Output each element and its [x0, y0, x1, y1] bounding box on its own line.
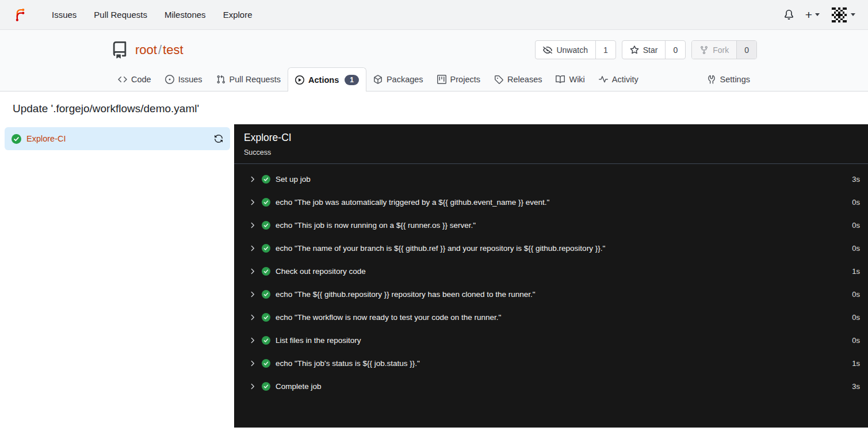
step-duration: 0s	[852, 313, 860, 322]
chevron-right-icon	[248, 290, 257, 299]
watchers-count[interactable]: 1	[595, 41, 615, 59]
chevron-down-icon	[851, 13, 855, 16]
repo-book-icon	[111, 41, 128, 59]
avatar	[831, 7, 847, 23]
repo-tabbar: Code Issues Pull Requests Actions 1 Pack…	[111, 67, 757, 91]
job-name: Explore-CI	[26, 134, 66, 143]
chevron-right-icon	[248, 382, 257, 391]
step-row[interactable]: echo "The job was automatically triggere…	[234, 190, 868, 213]
step-row[interactable]: echo "The workflow is now ready to test …	[234, 306, 868, 329]
step-row[interactable]: echo "The name of your branch is ${{ git…	[234, 237, 868, 260]
tab-issues[interactable]: Issues	[158, 67, 209, 91]
check-circle-icon	[262, 244, 270, 253]
step-name: Check out repository code	[276, 267, 366, 276]
step-duration: 0s	[852, 198, 860, 207]
tab-code[interactable]: Code	[111, 67, 158, 91]
nav-explore[interactable]: Explore	[215, 0, 261, 30]
nav-pull-requests[interactable]: Pull Requests	[85, 0, 156, 30]
check-circle-icon	[262, 290, 270, 299]
chevron-right-icon	[248, 198, 257, 207]
repo-action-buttons: Unwatch 1 Star 0	[535, 40, 757, 59]
check-circle-icon	[262, 175, 270, 184]
tab-packages[interactable]: Packages	[366, 67, 430, 91]
nav-issues[interactable]: Issues	[43, 0, 85, 30]
notifications-button[interactable]	[784, 10, 794, 20]
job-item-explore-ci[interactable]: Explore-CI	[5, 127, 230, 150]
tab-settings-label: Settings	[720, 75, 750, 84]
navbar-right: +	[784, 7, 855, 23]
step-duration: 1s	[852, 359, 860, 368]
tab-wiki[interactable]: Wiki	[549, 67, 591, 91]
step-row[interactable]: echo "This job is now running on a ${{ r…	[234, 213, 868, 237]
step-name: Complete job	[276, 382, 322, 391]
check-circle-icon	[262, 198, 270, 207]
check-circle-icon	[262, 267, 270, 276]
fork-button: Fork	[692, 41, 736, 59]
step-duration: 0s	[852, 290, 860, 299]
tab-code-label: Code	[131, 75, 151, 84]
tab-activity[interactable]: Activity	[592, 67, 645, 91]
star-button[interactable]: Star	[622, 41, 666, 59]
tab-pull-requests[interactable]: Pull Requests	[209, 67, 288, 91]
sync-icon	[214, 134, 223, 143]
plus-icon: +	[805, 9, 812, 21]
forgejo-logo[interactable]	[13, 7, 28, 22]
rerun-job-button[interactable]	[214, 134, 223, 143]
forks-count[interactable]: 0	[736, 41, 756, 59]
job-log-title: Explore-CI	[244, 132, 858, 144]
tab-projects-label: Projects	[450, 75, 480, 84]
job-status-text: Success	[244, 148, 858, 157]
nav-milestones[interactable]: Milestones	[156, 0, 215, 30]
repo-owner-link[interactable]: root	[135, 43, 157, 57]
step-row[interactable]: Complete job 3s	[234, 375, 868, 398]
step-name: echo "The ${{ github.repository }} repos…	[276, 290, 536, 299]
star-icon	[630, 45, 639, 55]
step-duration: 0s	[852, 336, 860, 345]
repo-title: root/test	[111, 41, 183, 59]
chevron-right-icon	[248, 313, 257, 322]
chevron-down-icon	[815, 13, 820, 16]
check-circle-icon	[262, 221, 270, 230]
user-menu-button[interactable]	[831, 7, 855, 23]
step-name: echo "The name of your branch is ${{ git…	[276, 244, 605, 253]
create-new-button[interactable]: +	[805, 9, 820, 21]
tab-releases[interactable]: Releases	[487, 67, 549, 91]
tab-projects[interactable]: Projects	[430, 67, 487, 91]
step-name: List files in the repository	[276, 336, 361, 345]
tab-releases-label: Releases	[507, 75, 542, 84]
step-name: echo "The job was automatically triggere…	[276, 198, 549, 207]
stars-count[interactable]: 0	[665, 41, 685, 59]
chevron-right-icon	[248, 267, 257, 276]
step-row[interactable]: Check out repository code 1s	[234, 260, 868, 283]
actions-count-badge: 1	[345, 75, 359, 85]
step-row[interactable]: Set up job 3s	[234, 167, 868, 190]
step-row[interactable]: echo "This job's status is ${{ job.statu…	[234, 352, 868, 375]
repo-forked-icon	[699, 45, 709, 55]
step-row[interactable]: echo "The ${{ github.repository }} repos…	[234, 283, 868, 306]
check-circle-icon	[262, 313, 270, 322]
bell-icon	[784, 10, 794, 20]
job-log-panel: Explore-CI Success Set up job 3s	[234, 124, 868, 428]
step-duration: 0s	[852, 221, 860, 230]
tab-actions[interactable]: Actions 1	[288, 67, 366, 91]
chevron-right-icon	[248, 359, 257, 368]
tab-wiki-label: Wiki	[569, 75, 584, 84]
tab-settings[interactable]: Settings	[700, 67, 757, 91]
navbar-links: Issues Pull Requests Milestones Explore	[43, 0, 261, 30]
unwatch-button[interactable]: Unwatch	[536, 41, 595, 59]
repo-separator: /	[157, 43, 163, 57]
job-log-header: Explore-CI Success	[234, 124, 868, 164]
tab-pull-requests-label: Pull Requests	[230, 75, 281, 84]
eye-closed-icon	[543, 45, 552, 55]
step-duration: 0s	[852, 244, 860, 253]
step-row[interactable]: List files in the repository 0s	[234, 329, 868, 352]
actions-run-page: Update '.forgejo/workflows/demo.yaml' Ex…	[0, 91, 868, 428]
watch-button-group: Unwatch 1	[535, 40, 615, 59]
step-name: echo "This job's status is ${{ job.statu…	[276, 359, 420, 368]
repo-name-link[interactable]: test	[163, 43, 183, 57]
tab-actions-label: Actions	[308, 75, 339, 85]
chevron-right-icon	[248, 244, 257, 253]
fork-button-group: Fork 0	[691, 40, 757, 59]
chevron-right-icon	[248, 221, 257, 230]
check-circle-icon	[12, 134, 21, 144]
